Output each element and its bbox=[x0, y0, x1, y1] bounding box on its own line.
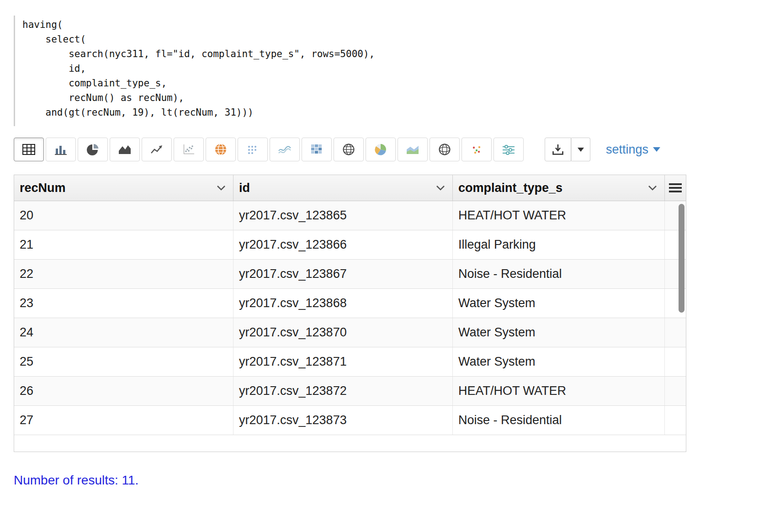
cell-complaint-type: Noise - Residential bbox=[453, 260, 665, 288]
download-icon bbox=[552, 144, 564, 155]
area-chart-icon bbox=[118, 144, 131, 155]
download-button-group bbox=[545, 138, 590, 161]
column-label: recNum bbox=[20, 181, 66, 195]
chevron-down-icon[interactable] bbox=[648, 185, 657, 191]
table-row[interactable]: 26 yr2017.csv_123872 HEAT/HOT WATER bbox=[14, 377, 686, 406]
table-view-button[interactable] bbox=[14, 138, 44, 161]
scrollbar-thumb[interactable] bbox=[679, 204, 684, 313]
cell-recnum: 22 bbox=[14, 260, 233, 288]
cell-id: yr2017.csv_123865 bbox=[233, 201, 453, 230]
stacked-area-icon bbox=[406, 144, 419, 155]
scatter-colored-button[interactable] bbox=[462, 138, 492, 161]
dots-grid-icon bbox=[247, 144, 258, 155]
vertical-scrollbar[interactable] bbox=[679, 204, 684, 449]
sliders-icon bbox=[502, 144, 515, 155]
settings-dropdown[interactable]: settings bbox=[606, 143, 660, 157]
cell-id: yr2017.csv_123866 bbox=[233, 230, 453, 259]
cell-complaint-type: Water System bbox=[453, 318, 665, 347]
display-toolbar: settings bbox=[14, 137, 750, 162]
table-header-row: recNum id complaint_type_s bbox=[14, 175, 686, 201]
area-chart-button[interactable] bbox=[110, 138, 140, 161]
caret-down-icon bbox=[653, 147, 660, 152]
caret-down-icon bbox=[578, 148, 584, 152]
scatter-colored-icon bbox=[471, 144, 483, 155]
cell-recnum: 26 bbox=[14, 377, 233, 405]
bar-chart-button[interactable] bbox=[46, 138, 76, 161]
download-button[interactable] bbox=[545, 138, 571, 161]
cell-recnum: 23 bbox=[14, 289, 233, 318]
bubble-grid-button[interactable] bbox=[238, 138, 268, 161]
globe-viz-button[interactable] bbox=[334, 138, 364, 161]
hamburger-menu-icon bbox=[669, 183, 682, 193]
heatmap-grid-icon bbox=[311, 144, 323, 155]
bar-chart-icon bbox=[55, 144, 67, 155]
pie-colored-button[interactable] bbox=[366, 138, 396, 161]
table-icon bbox=[22, 144, 35, 155]
filter-sliders-button[interactable] bbox=[493, 138, 524, 161]
cell-recnum: 21 bbox=[14, 230, 233, 259]
results-count: Number of results: 11. bbox=[14, 473, 750, 488]
table-row[interactable]: 20 yr2017.csv_123865 HEAT/HOT WATER bbox=[14, 201, 686, 230]
grid-menu-button[interactable] bbox=[665, 175, 686, 201]
column-label: complaint_type_s bbox=[458, 181, 562, 195]
cell-recnum: 20 bbox=[14, 201, 233, 230]
column-header-recnum[interactable]: recNum bbox=[14, 175, 233, 201]
cell-complaint-type: Illegal Parking bbox=[453, 230, 665, 259]
cell-recnum: 25 bbox=[14, 347, 233, 376]
cell-complaint-type: HEAT/HOT WATER bbox=[453, 201, 665, 230]
cell-complaint-type: HEAT/HOT WATER bbox=[453, 377, 665, 405]
globe-wireframe-icon bbox=[343, 144, 355, 155]
cell-id: yr2017.csv_123873 bbox=[233, 406, 453, 435]
cell-id: yr2017.csv_123867 bbox=[233, 260, 453, 288]
table-body: 20 yr2017.csv_123865 HEAT/HOT WATER 21 y… bbox=[14, 201, 686, 452]
spline-lines-icon bbox=[278, 144, 291, 155]
table-row[interactable]: 21 yr2017.csv_123866 Illegal Parking bbox=[14, 230, 686, 260]
table-row[interactable]: 24 yr2017.csv_123870 Water System bbox=[14, 318, 686, 347]
table-row[interactable]: 22 yr2017.csv_123867 Noise - Residential bbox=[14, 260, 686, 289]
stacked-area-button[interactable] bbox=[398, 138, 428, 161]
scatter-chart-icon bbox=[183, 144, 195, 155]
pie-colored-icon bbox=[375, 144, 387, 155]
results-table: recNum id complaint_type_s 20 yr2017.csv… bbox=[14, 175, 686, 452]
globe-orange-icon bbox=[215, 144, 227, 155]
line-chart-button[interactable] bbox=[142, 138, 172, 161]
map-view-button[interactable] bbox=[206, 138, 236, 161]
column-header-complaint-type[interactable]: complaint_type_s bbox=[453, 175, 665, 201]
cell-complaint-type: Water System bbox=[453, 347, 665, 376]
spline-chart-button[interactable] bbox=[270, 138, 300, 161]
query-code-block: having( select( search(nyc311, fl="id, c… bbox=[14, 16, 750, 126]
chevron-down-icon[interactable] bbox=[436, 185, 445, 191]
cell-id: yr2017.csv_123870 bbox=[233, 318, 453, 347]
download-dropdown-button[interactable] bbox=[571, 138, 590, 161]
globe-viz2-button[interactable] bbox=[430, 138, 460, 161]
cell-recnum: 27 bbox=[14, 406, 233, 435]
table-row[interactable]: 25 yr2017.csv_123871 Water System bbox=[14, 347, 686, 377]
pie-chart-button[interactable] bbox=[78, 138, 108, 161]
pie-chart-icon bbox=[87, 144, 99, 155]
column-label: id bbox=[239, 181, 250, 195]
cell-recnum: 24 bbox=[14, 318, 233, 347]
cell-id: yr2017.csv_123871 bbox=[233, 347, 453, 376]
cell-complaint-type: Water System bbox=[453, 289, 665, 318]
line-chart-icon bbox=[150, 144, 163, 155]
chevron-down-icon[interactable] bbox=[217, 185, 226, 191]
chart-type-buttons bbox=[14, 138, 524, 161]
column-header-id[interactable]: id bbox=[233, 175, 453, 201]
table-row[interactable]: 27 yr2017.csv_123873 Noise - Residential bbox=[14, 406, 686, 435]
settings-label: settings bbox=[606, 143, 648, 157]
heatmap-button[interactable] bbox=[302, 138, 332, 161]
scatter-chart-button[interactable] bbox=[174, 138, 204, 161]
table-row[interactable]: 23 yr2017.csv_123868 Water System bbox=[14, 289, 686, 318]
globe-wireframe2-icon bbox=[439, 144, 451, 155]
cell-id: yr2017.csv_123868 bbox=[233, 289, 453, 318]
cell-complaint-type: Noise - Residential bbox=[453, 406, 665, 435]
cell-id: yr2017.csv_123872 bbox=[233, 377, 453, 405]
